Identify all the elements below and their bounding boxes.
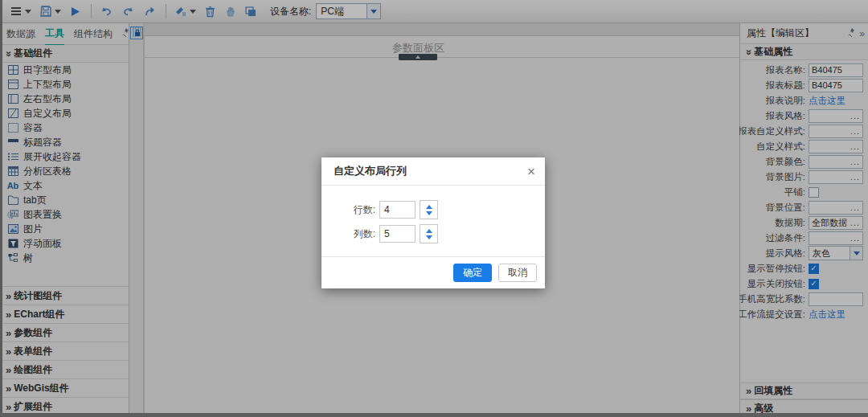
rows-field-row: 行数: [348, 200, 545, 219]
chevron-down-icon [426, 211, 432, 219]
rows-stepper-down[interactable] [420, 210, 437, 219]
dialog-footer: 确定 取消 [321, 256, 545, 288]
chevron-up-icon [426, 226, 432, 233]
cancel-button[interactable]: 取消 [498, 264, 537, 282]
rows-stepper [420, 200, 438, 219]
cols-stepper [420, 224, 438, 243]
cols-stepper-down[interactable] [420, 234, 437, 243]
rows-stepper-up[interactable] [420, 201, 437, 210]
cols-field-row: 列数: [348, 224, 545, 243]
rows-input[interactable] [379, 201, 416, 219]
dialog-title: 自定义布局行列 [334, 164, 407, 178]
ok-button[interactable]: 确定 [453, 264, 492, 282]
rows-label: 行数: [348, 203, 375, 217]
chevron-up-icon [426, 202, 432, 209]
cols-label: 列数: [348, 227, 375, 241]
cols-stepper-up[interactable] [420, 225, 437, 234]
dialog-body: 行数: 列数: [321, 186, 545, 256]
chevron-down-icon [426, 235, 432, 243]
close-icon[interactable]: × [527, 165, 535, 178]
custom-layout-dialog: 自定义布局行列 × 行数: 列数: 确定 取消 [321, 157, 545, 288]
dialog-header: 自定义布局行列 × [321, 157, 545, 186]
cols-input[interactable] [379, 225, 416, 243]
